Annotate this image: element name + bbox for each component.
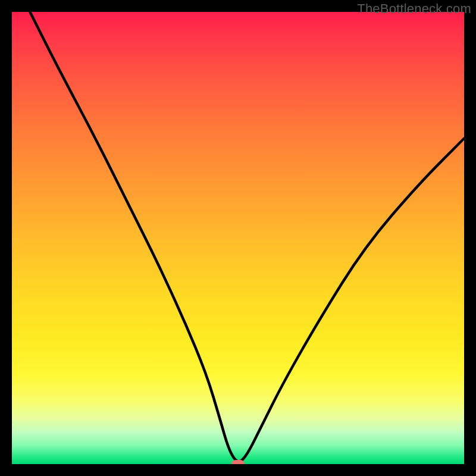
chart-frame: TheBottleneck.com [0, 0, 476, 476]
optimal-point-marker [231, 460, 245, 464]
plot-area [12, 12, 464, 464]
bottleneck-curve [30, 12, 464, 461]
watermark-text: TheBottleneck.com [357, 1, 471, 17]
curve-svg [12, 12, 464, 464]
